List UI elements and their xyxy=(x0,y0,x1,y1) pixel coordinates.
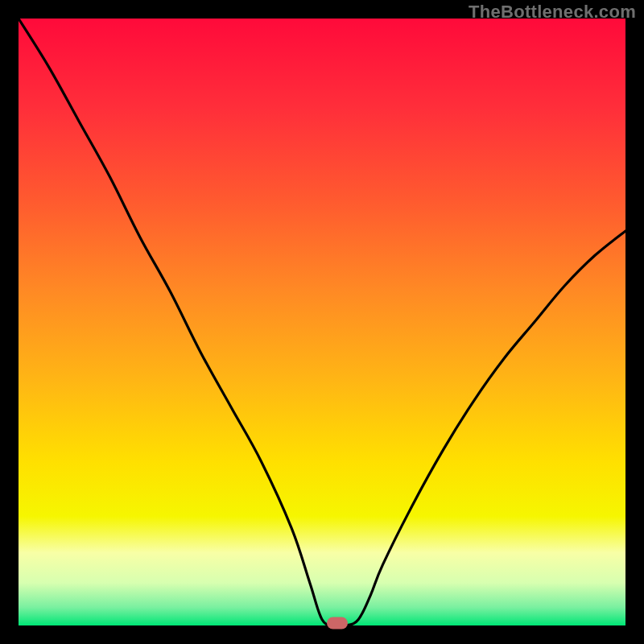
plot-area xyxy=(19,19,625,625)
chart-stage: TheBottleneck.com xyxy=(0,0,644,644)
optimal-point-marker xyxy=(327,617,348,630)
watermark-text: TheBottleneck.com xyxy=(469,2,636,23)
bottleneck-curve-path xyxy=(19,19,625,625)
bottleneck-curve-svg xyxy=(19,19,625,625)
